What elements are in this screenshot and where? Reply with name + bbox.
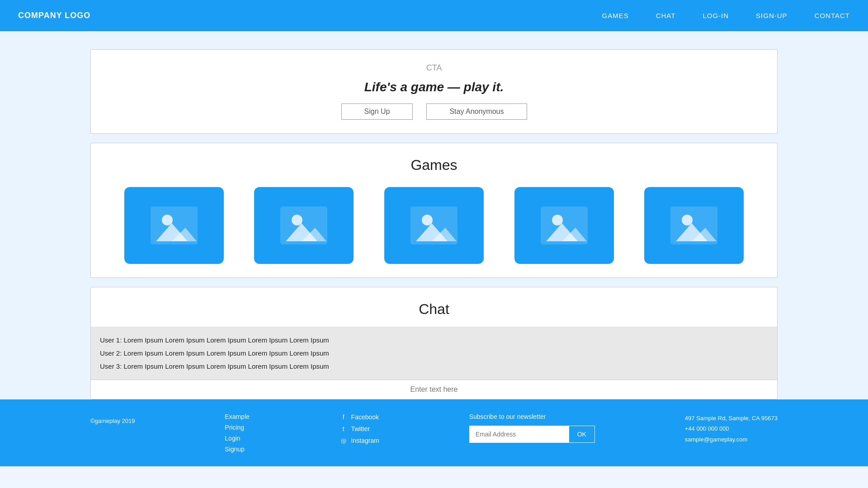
footer-link-pricing[interactable]: Pricing <box>225 424 249 431</box>
chat-section: Chat User 1: Lorem Ipsum Lorem Ipsum Lor… <box>90 287 778 399</box>
nav-login[interactable]: LOG-IN <box>703 12 729 19</box>
social-facebook[interactable]: f Facebook <box>340 413 379 421</box>
chat-messages: User 1: Lorem Ipsum Lorem Ipsum Lorem Ip… <box>91 327 777 380</box>
social-twitter[interactable]: t Twitter <box>340 425 379 433</box>
svg-point-12 <box>422 215 433 225</box>
instagram-icon: ◎ <box>340 436 348 445</box>
game-image-1[interactable] <box>124 187 224 264</box>
footer-newsletter: Subscribe to our newsletter OK <box>469 413 595 443</box>
game-image-3[interactable] <box>384 187 484 264</box>
svg-point-2 <box>162 215 173 225</box>
cta-label: CTA <box>109 63 759 73</box>
chat-title: Chat <box>91 301 777 318</box>
footer-link-login[interactable]: Login <box>225 435 249 442</box>
nav-signup[interactable]: SIGN-UP <box>756 12 788 19</box>
cta-tagline: Life's a game — play it. <box>109 80 759 94</box>
footer-link-signup[interactable]: Signup <box>225 446 249 453</box>
game-image-5[interactable] <box>644 187 744 264</box>
chat-message-3: User 3: Lorem Ipsum Lorem Ipsum Lorem Ip… <box>100 360 768 373</box>
footer-address: 497 Sample Rd, Sample, CA 95673 +44 000 … <box>685 413 778 445</box>
games-grid <box>109 187 759 264</box>
newsletter-form: OK <box>469 426 595 443</box>
svg-point-17 <box>552 215 563 225</box>
nav-contact[interactable]: CONTACT <box>815 12 850 19</box>
page-content: CTA Life's a game — play it. Sign Up Sta… <box>0 31 868 399</box>
footer-links: Example Pricing Login Signup <box>225 413 249 453</box>
games-title: Games <box>109 157 759 174</box>
game-image-4[interactable] <box>514 187 614 264</box>
svg-point-7 <box>292 215 302 225</box>
svg-point-22 <box>682 215 693 225</box>
cta-section: CTA Life's a game — play it. Sign Up Sta… <box>90 49 778 134</box>
footer-link-example[interactable]: Example <box>225 413 249 420</box>
nav-games[interactable]: GAMES <box>602 12 628 19</box>
twitter-icon: t <box>340 425 348 433</box>
nav-chat[interactable]: CHAT <box>656 12 676 19</box>
newsletter-title: Subscribe to our newsletter <box>469 413 595 420</box>
footer-copyright: ©gameplay 2019 <box>90 413 135 424</box>
newsletter-email-input[interactable] <box>469 426 569 443</box>
games-section: Games <box>90 143 778 278</box>
chat-message-1: User 1: Lorem Ipsum Lorem Ipsum Lorem Ip… <box>100 333 768 347</box>
address-line3: sample@gameplay.com <box>685 434 778 445</box>
newsletter-ok-button[interactable]: OK <box>569 426 595 443</box>
cta-buttons: Sign Up Stay Anonymous <box>109 103 759 120</box>
twitter-label: Twitter <box>351 425 370 432</box>
stay-anon-button[interactable]: Stay Anonymous <box>426 103 527 120</box>
address-line1: 497 Sample Rd, Sample, CA 95673 <box>685 413 778 423</box>
footer-social: f Facebook t Twitter ◎ Instagram <box>340 413 379 445</box>
facebook-icon: f <box>340 413 348 421</box>
social-instagram[interactable]: ◎ Instagram <box>340 436 379 445</box>
company-logo: COMPANY LOGO <box>18 11 90 20</box>
chat-input[interactable] <box>100 385 768 394</box>
footer: ©gameplay 2019 Example Pricing Login Sig… <box>0 399 868 466</box>
instagram-label: Instagram <box>351 437 379 444</box>
sign-up-button[interactable]: Sign Up <box>341 103 413 120</box>
chat-input-area <box>91 380 777 399</box>
nav-links: GAMES CHAT LOG-IN SIGN-UP CONTACT <box>602 12 850 20</box>
chat-message-2: User 2: Lorem Ipsum Lorem Ipsum Lorem Ip… <box>100 347 768 360</box>
navbar: COMPANY LOGO GAMES CHAT LOG-IN SIGN-UP C… <box>0 0 868 31</box>
game-image-2[interactable] <box>254 187 354 264</box>
address-line2: +44 000 000 000 <box>685 423 778 434</box>
facebook-label: Facebook <box>351 413 379 421</box>
